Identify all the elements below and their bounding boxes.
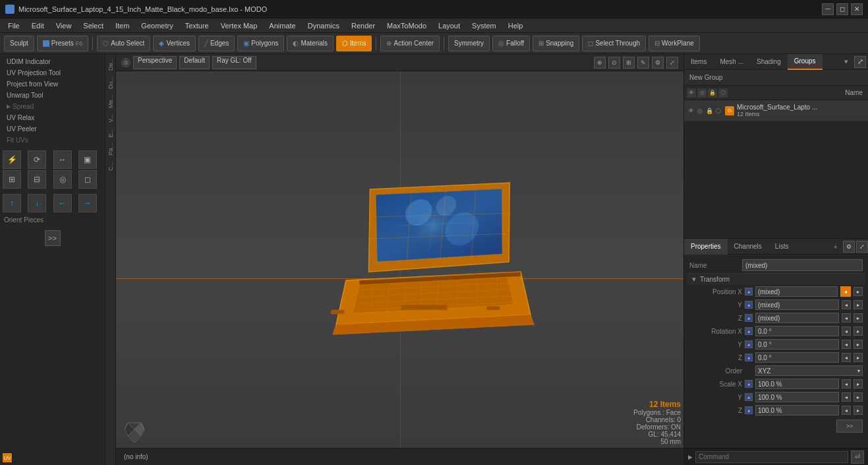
pos-x-orange[interactable]: ◂: [840, 286, 851, 297]
order-input[interactable]: XYZ ▾: [755, 365, 863, 376]
workplane-button[interactable]: ⊟ WorkPlane: [649, 36, 700, 51]
udim-indicator[interactable]: UDIM Indicator: [3, 57, 102, 67]
menu-texture[interactable]: Texture: [180, 20, 214, 31]
side-tab-5[interactable]: E...: [106, 126, 115, 140]
props-tab-lists[interactable]: Lists: [768, 239, 796, 255]
side-tab-6[interactable]: Pa...: [106, 140, 115, 158]
uv-projection-tool[interactable]: UV Projection Tool: [3, 68, 102, 78]
presets-button[interactable]: Presets F6: [37, 36, 88, 51]
scene-tab-shading[interactable]: Shading: [750, 54, 788, 70]
tool-icon-1[interactable]: ⚡: [3, 150, 21, 169]
scene-tab-more[interactable]: ▾: [840, 56, 852, 67]
nav-down-left[interactable]: ↓: [28, 194, 46, 212]
props-settings[interactable]: ⚙: [843, 241, 855, 253]
menu-file[interactable]: File: [3, 20, 25, 31]
scale-x-right[interactable]: ▸: [854, 379, 863, 388]
pos-x-dot[interactable]: ●: [745, 288, 753, 295]
menu-geometry[interactable]: Geometry: [136, 20, 178, 31]
viewport-icon-5[interactable]: ⚙: [652, 57, 664, 69]
items-button[interactable]: ⬡ Items: [336, 36, 372, 51]
props-more-button[interactable]: >>: [836, 419, 863, 433]
pos-y-right[interactable]: ▸: [854, 300, 863, 309]
menu-select[interactable]: Select: [78, 20, 109, 31]
rot-x-dot[interactable]: ●: [745, 327, 753, 335]
rotation-y-input[interactable]: 0.0 °: [755, 339, 839, 350]
scale-x-dot[interactable]: ●: [745, 380, 753, 388]
scale-z-right[interactable]: ▸: [854, 406, 863, 415]
props-expand[interactable]: ⤢: [856, 241, 868, 253]
scale-y-dot[interactable]: ●: [745, 393, 753, 401]
edges-button[interactable]: ╱ Edges: [198, 36, 235, 51]
tree-row-laptop[interactable]: 👁 ◎ 🔒 ⬡ G Microsoft_Surface_Lapto ... 12…: [684, 100, 868, 121]
tree-row-icon-eye[interactable]: 👁: [687, 107, 695, 115]
uv-relax[interactable]: UV Relax: [3, 113, 102, 123]
position-y-input[interactable]: (mixed): [755, 299, 839, 310]
scene-expand-button[interactable]: ⤢: [854, 56, 866, 68]
rotation-x-input[interactable]: 0.0 °: [755, 326, 839, 336]
viewport-canvas[interactable]: 12 Items Polygons : Face Channels: 0 Def…: [116, 71, 683, 448]
vertices-button[interactable]: ◆ Vertices: [153, 36, 196, 51]
menu-help[interactable]: Help: [503, 20, 529, 31]
menu-item[interactable]: Item: [110, 20, 134, 31]
tree-icon-wire[interactable]: ⬡: [718, 88, 728, 98]
expand-button[interactable]: >>: [45, 230, 61, 246]
side-tab-7[interactable]: C...: [106, 159, 115, 173]
raygl-button[interactable]: Ray GL: Off: [212, 56, 256, 69]
project-from-view[interactable]: Project from View: [3, 79, 102, 89]
scale-y-input[interactable]: 100.0 %: [755, 392, 839, 402]
materials-button[interactable]: ◐ Materials: [287, 36, 333, 51]
menu-layout[interactable]: Layout: [433, 20, 465, 31]
viewport-icon-3[interactable]: ⊞: [623, 57, 635, 69]
rotation-z-input[interactable]: 0.0 °: [755, 352, 839, 363]
scene-tab-items[interactable]: Items: [684, 54, 713, 70]
pos-y-dot[interactable]: ●: [745, 301, 753, 309]
tree-icon-render[interactable]: ◎: [697, 88, 707, 98]
scene-tab-mesh[interactable]: Mesh ...: [713, 54, 750, 70]
nav-left[interactable]: ←: [53, 194, 72, 212]
new-group-bar[interactable]: New Group: [684, 70, 868, 86]
scale-z-dot[interactable]: ●: [745, 406, 753, 414]
menu-maxtomodo[interactable]: MaxToModo: [382, 20, 432, 31]
sculpt-button[interactable]: Sculpt: [4, 36, 34, 51]
viewport[interactable]: Perspective Default Ray GL: Off ⊕ ⊙ ⊞ ✎ …: [116, 54, 683, 465]
position-x-input[interactable]: (mixed): [755, 286, 838, 297]
tool-icon-4[interactable]: ▣: [78, 150, 97, 169]
tree-row-icon-render[interactable]: ◎: [696, 107, 704, 115]
side-tab-2[interactable]: Du...: [106, 74, 115, 92]
pos-y-left[interactable]: ◂: [842, 300, 851, 309]
pos-z-left[interactable]: ◂: [842, 313, 851, 323]
side-tab-4[interactable]: V...: [106, 111, 115, 125]
scale-z-left[interactable]: ◂: [842, 406, 851, 415]
falloff-button[interactable]: ◎ Falloff: [492, 36, 530, 51]
rot-x-left[interactable]: ◂: [842, 326, 851, 336]
rot-y-right[interactable]: ▸: [854, 340, 863, 349]
menu-vertex-map[interactable]: Vertex Map: [216, 20, 263, 31]
scale-y-right[interactable]: ▸: [854, 392, 863, 402]
scale-x-left[interactable]: ◂: [842, 379, 851, 388]
unwrap-tool[interactable]: Unwrap Tool: [3, 90, 102, 100]
command-submit-button[interactable]: ⏎: [851, 450, 864, 464]
menu-animate[interactable]: Animate: [264, 20, 301, 31]
shader-button[interactable]: Default: [179, 56, 210, 69]
scene-tab-groups[interactable]: Groups: [788, 54, 823, 70]
pos-z-right[interactable]: ▸: [854, 313, 863, 323]
command-input[interactable]: [695, 451, 848, 463]
symmetry-button[interactable]: Symmetry: [448, 36, 490, 51]
pos-x-right[interactable]: ▸: [854, 287, 863, 296]
menu-edit[interactable]: Edit: [26, 20, 49, 31]
navigation-cube[interactable]: [121, 416, 148, 443]
nav-right[interactable]: →: [78, 194, 97, 212]
nav-up-left[interactable]: ↑: [3, 194, 21, 212]
props-tab-properties[interactable]: Properties: [684, 239, 728, 255]
tool-icon-8[interactable]: ◻: [78, 170, 97, 189]
tree-row-icon-lock[interactable]: 🔒: [705, 107, 713, 115]
snapping-button[interactable]: ⊞ Snapping: [533, 36, 579, 51]
menu-render[interactable]: Render: [346, 20, 380, 31]
close-button[interactable]: ✕: [851, 3, 863, 15]
tree-icon-eye[interactable]: 👁: [687, 88, 696, 98]
props-tab-channels[interactable]: Channels: [728, 239, 768, 255]
side-tab-3[interactable]: Me...: [106, 92, 115, 111]
scale-z-input[interactable]: 100.0 %: [755, 405, 839, 416]
camera-button[interactable]: Perspective: [133, 56, 177, 69]
viewport-expand[interactable]: ⤢: [666, 57, 678, 69]
